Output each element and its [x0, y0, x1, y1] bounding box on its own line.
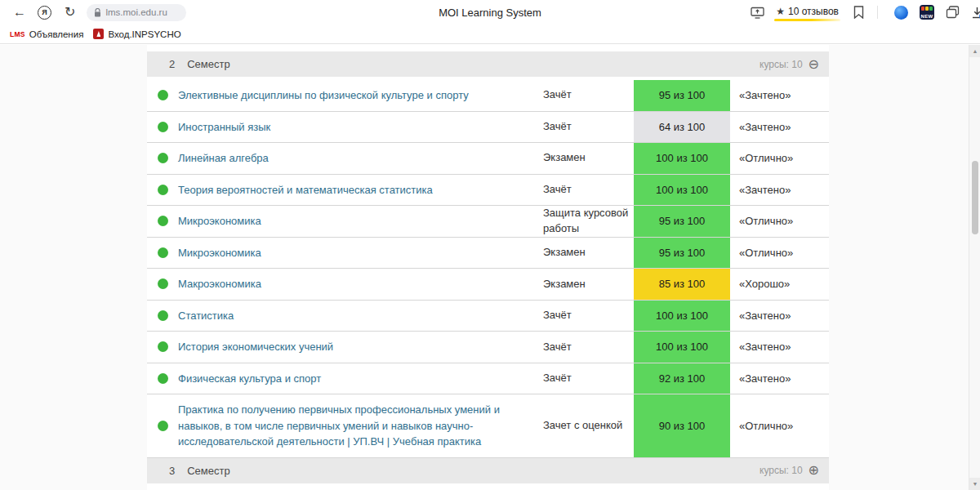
- course-name-link[interactable]: Физическая культура и спорт: [178, 371, 321, 387]
- courses-count-link[interactable]: курсы: 10: [760, 59, 803, 70]
- table-row: Статистика Зачёт 100 из 100 «Зачтено»: [147, 301, 829, 332]
- score-badge: 95 из 100: [634, 238, 730, 269]
- score-badge: 100 из 100: [634, 175, 730, 206]
- score-badge: 95 из 100: [634, 80, 730, 111]
- grade-text: «Зачтено»: [731, 175, 829, 206]
- yandex-browser-icon[interactable]: Я: [38, 6, 51, 20]
- table-row: Линейная алгебра Экзамен 100 из 100 «Отл…: [147, 143, 829, 175]
- status-cell: [147, 80, 178, 111]
- semester-number: 2: [169, 58, 175, 70]
- page-background: 2 Семестр курсы: 10 ⊖ Элективные дисципл…: [0, 45, 980, 490]
- address-bar[interactable]: lms.moi.edu.ru: [87, 4, 186, 21]
- grade-text: «Зачтено»: [731, 363, 829, 394]
- status-cell: [147, 143, 178, 174]
- refresh-icon[interactable]: ↻: [65, 6, 75, 19]
- back-icon[interactable]: ←: [13, 6, 26, 19]
- assessment-type: Зачёт: [543, 332, 633, 363]
- bookmark-item-inpsycho[interactable]: Вход.INPSYCHO: [93, 29, 180, 39]
- course-name-link[interactable]: Микроэкономика: [178, 213, 261, 229]
- semester-label: Семестр: [187, 465, 229, 477]
- grade-text: «Отлично»: [731, 394, 829, 457]
- assessment-type: Зачёт: [543, 301, 633, 332]
- grades-table: 2 Семестр курсы: 10 ⊖ Элективные дисципл…: [147, 45, 829, 490]
- assessment-type: Зачет с оценкой: [543, 394, 633, 457]
- status-dot-icon: [158, 373, 168, 384]
- semester-2-header: 2 Семестр курсы: 10 ⊖: [147, 51, 829, 77]
- bookmark-flag-icon[interactable]: [853, 6, 864, 19]
- assessment-type: Зачёт: [543, 80, 633, 111]
- reviews-button[interactable]: ★ 10 отзывов: [776, 6, 839, 19]
- score-badge: 95 из 100: [634, 206, 730, 237]
- grade-text: «Зачтено»: [731, 301, 829, 332]
- table-row: Макроэкономика Экзамен 85 из 100 «Хорошо…: [147, 269, 829, 301]
- table-row: История экономических учений Зачёт 100 и…: [147, 332, 829, 363]
- scroll-down-icon[interactable]: ▼: [969, 478, 980, 490]
- assessment-type: Защита курсовой работы: [543, 206, 633, 237]
- table-row: Практика по получению первичных професси…: [147, 394, 829, 458]
- semester-3-section: 3 Семестр курсы: 10 ⊕: [147, 458, 829, 483]
- score-badge: 92 из 100: [634, 363, 730, 394]
- status-dot-icon: [158, 278, 168, 289]
- status-cell: [147, 332, 178, 363]
- assessment-type: Экзамен: [543, 238, 633, 269]
- extension-collections-icon[interactable]: [946, 6, 960, 19]
- grade-text: «Отлично»: [731, 238, 829, 269]
- status-dot-icon: [158, 185, 168, 195]
- course-name-link[interactable]: Элективные дисциплины по физической куль…: [178, 87, 469, 104]
- status-dot-icon: [158, 247, 168, 258]
- screen-share-icon[interactable]: [751, 7, 764, 19]
- status-cell: [147, 175, 178, 206]
- downloads-icon[interactable]: 2: [971, 7, 980, 19]
- course-name-link[interactable]: Практика по получению первичных професси…: [178, 402, 532, 450]
- collapse-toggle-icon[interactable]: ⊖: [808, 58, 819, 71]
- grade-text: «Отлично»: [731, 143, 829, 174]
- course-name-link[interactable]: Иностранный язык: [178, 119, 270, 136]
- courses-count-link[interactable]: курсы: 10: [760, 465, 803, 476]
- status-dot-icon: [158, 90, 168, 100]
- status-dot-icon: [158, 216, 168, 226]
- assessment-type: Экзамен: [543, 269, 633, 300]
- course-name-link[interactable]: Микроэкономика: [178, 245, 261, 261]
- bookmark-item-lms[interactable]: LMS Объявления: [10, 29, 83, 39]
- score-badge: 90 из 100: [634, 394, 730, 457]
- course-name-link[interactable]: Статистика: [178, 308, 234, 324]
- status-cell: [147, 269, 178, 300]
- expand-toggle-icon[interactable]: ⊕: [808, 464, 819, 477]
- assessment-type: Зачёт: [543, 363, 633, 394]
- status-cell: [147, 206, 178, 237]
- score-badge: 100 из 100: [634, 301, 730, 332]
- inpsycho-favicon: [93, 29, 104, 39]
- course-name-link[interactable]: История экономических учений: [178, 339, 333, 355]
- grade-text: «Зачтено»: [731, 80, 829, 111]
- semester-number: 3: [169, 465, 175, 477]
- extension-browser-icon[interactable]: [894, 6, 908, 20]
- table-row: Элективные дисциплины по физической куль…: [147, 80, 829, 112]
- course-name-link[interactable]: Макроэкономика: [178, 276, 261, 292]
- table-row: Теория вероятностей и математическая ста…: [147, 175, 829, 207]
- status-cell: [147, 394, 178, 457]
- table-row: Микроэкономика Защита курсовой работы 95…: [147, 206, 829, 238]
- score-badge: 64 из 100: [634, 112, 730, 143]
- score-badge: 100 из 100: [634, 143, 730, 174]
- extension-movie-new-icon[interactable]: NEW: [920, 5, 934, 20]
- scroll-up-icon[interactable]: ▲: [969, 45, 980, 57]
- scrollbar-thumb[interactable]: [972, 161, 978, 234]
- course-name-link[interactable]: Теория вероятностей и математическая ста…: [178, 182, 433, 198]
- grade-text: «Зачтено»: [731, 112, 829, 143]
- grade-text: «Отлично»: [731, 206, 829, 237]
- course-name-link[interactable]: Линейная алгебра: [178, 150, 269, 167]
- lock-icon: [94, 8, 101, 17]
- table-row: Микроэкономика Экзамен 95 из 100 «Отличн…: [147, 238, 829, 270]
- score-badge: 100 из 100: [634, 332, 730, 363]
- status-dot-icon: [158, 122, 168, 132]
- semester-3-header: 3 Семестр курсы: 10 ⊕: [147, 458, 829, 483]
- star-icon: ★: [776, 6, 785, 17]
- scrollbar: ▲ ▼: [969, 45, 980, 490]
- grade-text: «Зачтено»: [731, 332, 829, 363]
- semester-label: Семестр: [187, 58, 229, 70]
- assessment-type: Экзамен: [543, 143, 633, 174]
- status-cell: [147, 363, 178, 394]
- assessment-type: Зачёт: [543, 112, 633, 143]
- url-text: lms.moi.edu.ru: [105, 7, 167, 17]
- table-row: Иностранный язык Зачёт 64 из 100 «Зачтен…: [147, 112, 829, 144]
